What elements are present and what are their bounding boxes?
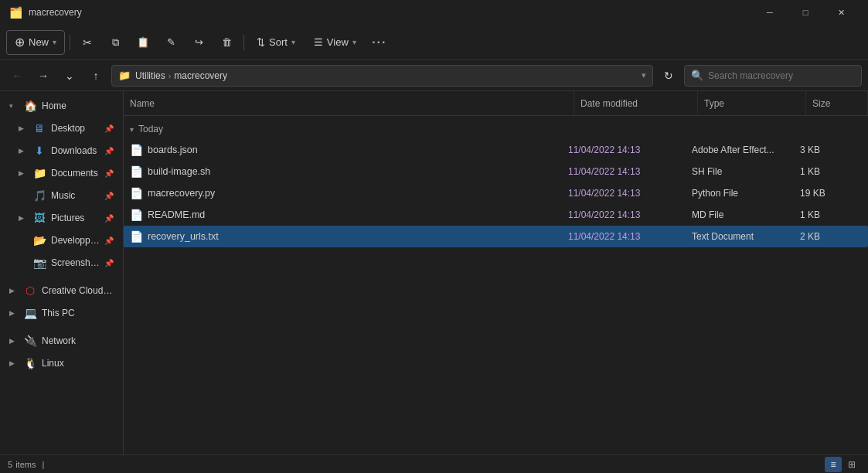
sidebar-item-developpements[interactable]: 📂 Developpemen... 📌 [3, 230, 120, 251]
file-name-label: macrecovery.py [148, 188, 215, 199]
minimize-button[interactable]: ─ [752, 0, 788, 25]
address-bar[interactable]: 📁 Utilities › macrecovery ▾ [111, 65, 653, 87]
sidebar-item-this-pc[interactable]: ▶ 💻 This PC [3, 302, 120, 324]
documents-expand-icon: ▶ [19, 169, 28, 177]
music-pin-icon: 📌 [104, 192, 114, 200]
file-area: Name Date modified Type Size ▾ Today 📄 [124, 91, 868, 454]
cut-button[interactable]: ✂ [75, 30, 100, 55]
up-button[interactable]: ↑ [85, 65, 107, 87]
file-cell-size: 3 KB [800, 145, 862, 155]
sidebar-pictures-label: Pictures [51, 213, 100, 223]
paste-button[interactable]: 📋 [131, 30, 155, 55]
toolbar: ⊕ New ▾ ✂ ⧉ 📋 ✎ ↪ 🗑 ⇅ Sort ▾ ☰ View ▾ ··… [0, 25, 868, 60]
sort-button[interactable]: ⇅ Sort ▾ [249, 30, 303, 55]
file-cell-size: 1 KB [800, 166, 862, 177]
file-icon: 📄 [130, 209, 143, 221]
file-icon: 📄 [130, 144, 143, 156]
details-view-icon: ≡ [830, 459, 836, 470]
sidebar-item-creative-cloud[interactable]: ▶ ⬡ Creative Cloud Files [3, 280, 120, 301]
sidebar-downloads-label: Downloads [51, 145, 100, 156]
share-button[interactable]: ↪ [186, 30, 211, 55]
file-cell-size: 2 KB [800, 231, 862, 242]
rename-button[interactable]: ✎ [158, 30, 183, 55]
sidebar-item-screenshots[interactable]: 📷 Screenshots 📌 [3, 252, 120, 274]
header-size[interactable]: Size [806, 91, 868, 115]
address-row: ← → ⌄ ↑ 📁 Utilities › macrecovery ▾ ↻ 🔍 [0, 60, 868, 91]
delete-icon: 🗑 [222, 36, 232, 48]
group-today[interactable]: ▾ Today [124, 119, 868, 139]
plus-icon: ⊕ [15, 35, 25, 49]
header-date[interactable]: Date modified [574, 91, 698, 115]
maximize-button[interactable]: □ [788, 0, 823, 25]
forward-button[interactable]: → [32, 65, 54, 87]
dev-pin-icon: 📌 [104, 236, 114, 245]
sidebar-item-downloads[interactable]: ▶ ⬇ Downloads 📌 [3, 140, 120, 162]
delete-button[interactable]: 🗑 [214, 30, 239, 55]
sidebar-home-label: Home [42, 100, 114, 111]
sidebar: ▾ 🏠 Home ▶ 🖥 Desktop 📌 ▶ ⬇ Downloads 📌 ▶… [0, 91, 124, 454]
search-input[interactable] [708, 70, 855, 81]
file-cell-date: 11/04/2022 14:13 [568, 166, 692, 177]
table-row[interactable]: 📄 build-image.sh 11/04/2022 14:13 SH Fil… [124, 161, 868, 182]
status-count: 5 [8, 460, 12, 469]
sidebar-item-desktop[interactable]: ▶ 🖥 Desktop 📌 [3, 117, 120, 139]
breadcrumb-utilities[interactable]: Utilities [135, 70, 165, 81]
sidebar-item-music[interactable]: 🎵 Music 📌 [3, 185, 120, 206]
sidebar-item-pictures[interactable]: ▶ 🖼 Pictures 📌 [3, 207, 120, 229]
copy-button[interactable]: ⧉ [103, 30, 128, 55]
back-button[interactable]: ← [6, 65, 28, 87]
details-view-button[interactable]: ≡ [825, 457, 842, 472]
pictures-icon: 🖼 [32, 212, 46, 224]
sort-label: Sort [269, 36, 288, 48]
recent-button[interactable]: ⌄ [59, 65, 80, 87]
group-today-label: Today [138, 124, 163, 134]
status-items-label: items [15, 460, 36, 469]
file-cell-date: 11/04/2022 14:13 [568, 209, 692, 220]
new-chevron-icon: ▾ [53, 38, 56, 46]
view-label: View [327, 36, 349, 48]
file-header: Name Date modified Type Size [124, 91, 868, 116]
sidebar-item-network[interactable]: ▶ 🔌 Network [3, 330, 120, 352]
table-row[interactable]: 📄 README.md 11/04/2022 14:13 MD File 1 K… [124, 204, 868, 226]
more-button[interactable]: ··· [367, 30, 392, 55]
address-dropdown-button[interactable]: ▾ [642, 70, 646, 80]
file-icon: 📄 [130, 230, 143, 243]
breadcrumb-macrecovery[interactable]: macrecovery [174, 70, 227, 81]
cc-icon: ⬡ [23, 284, 37, 297]
sidebar-item-documents[interactable]: ▶ 📁 Documents 📌 [3, 162, 120, 184]
header-size-label: Size [812, 98, 830, 109]
file-list: ▾ Today 📄 boards.json 11/04/2022 14:13 A… [124, 116, 868, 454]
header-name-label: Name [130, 98, 155, 109]
screenshots-pin-icon: 📌 [104, 259, 114, 267]
search-bar[interactable]: 🔍 [684, 65, 862, 87]
downloads-expand-icon: ▶ [19, 147, 28, 155]
sidebar-item-home[interactable]: ▾ 🏠 Home [3, 95, 120, 117]
more-icon: ··· [372, 36, 386, 49]
header-type[interactable]: Type [698, 91, 806, 115]
tiles-view-button[interactable]: ⊞ [843, 457, 860, 472]
documents-pin-icon: 📌 [104, 169, 114, 178]
file-cell-type: SH File [692, 166, 800, 177]
sidebar-item-linux[interactable]: ▶ 🐧 Linux [3, 352, 120, 374]
new-button[interactable]: ⊕ New ▾ [6, 30, 65, 55]
breadcrumb-sep: › [168, 71, 172, 80]
table-row[interactable]: 📄 recovery_urls.txt 11/04/2022 14:13 Tex… [124, 226, 868, 247]
sidebar-pc-label: This PC [42, 308, 114, 318]
close-button[interactable]: ✕ [823, 0, 859, 25]
window-controls: ─ □ ✕ [752, 0, 859, 25]
cc-expand-icon: ▶ [9, 287, 19, 294]
table-row[interactable]: 📄 boards.json 11/04/2022 14:13 Adobe Aft… [124, 139, 868, 161]
view-button[interactable]: ☰ View ▾ [306, 30, 364, 55]
refresh-button[interactable]: ↻ [658, 65, 679, 87]
file-cell-size: 19 KB [800, 188, 862, 199]
screenshots-icon: 📷 [32, 257, 46, 269]
table-row[interactable]: 📄 macrecovery.py 11/04/2022 14:13 Python… [124, 182, 868, 204]
desktop-pin-icon: 📌 [104, 124, 114, 133]
file-cell-type: Adobe After Effect... [692, 145, 800, 155]
file-cell-type: Text Document [692, 231, 800, 242]
network-icon: 🔌 [23, 335, 37, 347]
file-cell-type: MD File [692, 209, 800, 220]
file-cell-size: 1 KB [800, 209, 862, 220]
main-area: ▾ 🏠 Home ▶ 🖥 Desktop 📌 ▶ ⬇ Downloads 📌 ▶… [0, 91, 868, 454]
header-name[interactable]: Name [124, 91, 574, 115]
